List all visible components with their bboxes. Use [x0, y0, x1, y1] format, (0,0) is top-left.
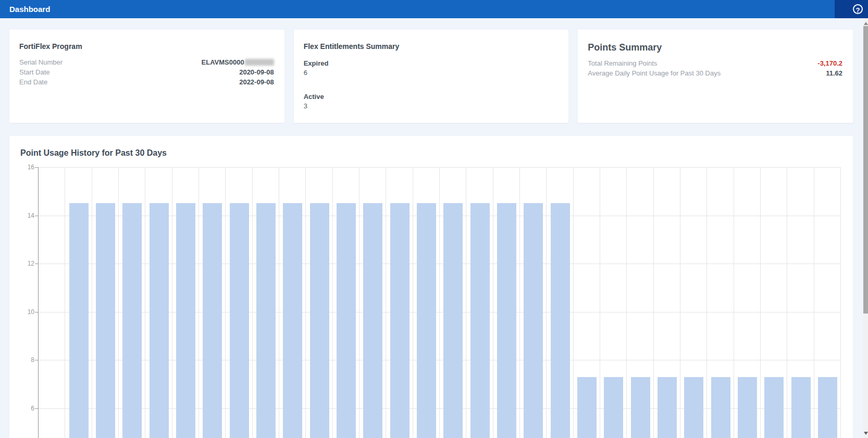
v-gridline — [252, 167, 253, 438]
serial-number-label: Serial Number — [19, 57, 63, 67]
usage-bar-day-13[interactable] — [363, 203, 382, 438]
usage-bar-day-7[interactable] — [203, 203, 222, 438]
total-remaining-points-row: Total Remaining Points -3,170.2 — [588, 58, 842, 68]
usage-bar-day-21[interactable] — [577, 377, 597, 438]
serial-number-row: Serial Number ELAVMS0000 — [19, 57, 274, 67]
flex-entitlements-card: Flex Entitlements Summary Expired 6 Acti… — [294, 30, 569, 123]
v-gridline — [706, 167, 707, 438]
usage-bar-day-23[interactable] — [631, 377, 650, 438]
point-usage-chart-card: Point Usage History for Past 30 Days 161… — [9, 136, 853, 438]
usage-bar-day-29[interactable] — [791, 377, 811, 438]
start-date-value: 2020-09-08 — [239, 67, 274, 77]
start-date-row: Start Date 2020-09-08 — [19, 67, 274, 77]
v-gridline — [680, 167, 680, 438]
v-gridline — [546, 167, 547, 438]
usage-bar-day-2[interactable] — [69, 203, 89, 438]
y-tick-mark — [35, 360, 38, 360]
serial-number-value: ELAVMS0000 — [202, 57, 244, 67]
card-title: FortiFlex Program — [19, 42, 274, 51]
usage-bar-day-24[interactable] — [658, 377, 677, 438]
help-icon: ? — [853, 4, 863, 14]
v-gridline — [814, 167, 814, 438]
v-gridline — [653, 167, 654, 438]
vertical-scrollbar[interactable] — [863, 18, 868, 438]
usage-bar-day-4[interactable] — [122, 203, 142, 438]
v-gridline — [172, 167, 172, 438]
usage-bar-day-19[interactable] — [524, 203, 543, 438]
v-gridline — [386, 167, 386, 438]
y-tick-label: 10 — [17, 308, 34, 316]
v-gridline — [332, 167, 333, 438]
v-gridline — [92, 167, 92, 438]
v-gridline — [199, 167, 199, 438]
summary-cards-row: FortiFlex Program Serial Number ELAVMS00… — [9, 30, 853, 123]
y-tick-label: 8 — [17, 356, 34, 364]
usage-bar-day-30[interactable] — [818, 377, 837, 438]
usage-bar-day-25[interactable] — [684, 377, 703, 438]
usage-bar-day-6[interactable] — [176, 203, 195, 438]
page-title: Dashboard — [0, 5, 50, 14]
v-gridline — [760, 167, 761, 438]
v-gridline — [466, 167, 466, 438]
y-tick-label: 14 — [17, 212, 34, 219]
v-gridline — [493, 167, 493, 438]
usage-bar-day-26[interactable] — [711, 377, 730, 438]
end-date-label: End Date — [19, 77, 47, 87]
v-gridline — [279, 167, 279, 438]
end-date-value: 2022-09-08 — [239, 77, 274, 87]
scrollbar-thumb[interactable] — [863, 26, 868, 314]
v-gridline — [145, 167, 145, 438]
usage-bar-day-27[interactable] — [738, 377, 757, 438]
active-group: Active 3 — [304, 92, 559, 111]
usage-bar-day-16[interactable] — [443, 203, 463, 438]
point-usage-chart: 1614121086 — [39, 167, 841, 438]
y-tick-mark — [35, 264, 38, 264]
app-header: Dashboard ? — [0, 0, 868, 18]
y-tick-mark — [35, 408, 38, 409]
scrollbar-down-arrow-icon[interactable] — [863, 432, 868, 436]
v-gridline — [359, 167, 359, 438]
usage-bar-day-14[interactable] — [390, 203, 410, 438]
dashboard-page: FortiFlex Program Serial Number ELAVMS00… — [0, 18, 863, 438]
usage-bar-day-22[interactable] — [604, 377, 623, 438]
v-gridline — [439, 167, 440, 438]
y-tick-label: 12 — [17, 260, 34, 267]
total-remaining-points-label: Total Remaining Points — [588, 58, 657, 68]
average-daily-usage-value: 11.62 — [826, 68, 842, 78]
points-summary-card: Points Summary Total Remaining Points -3… — [578, 30, 853, 123]
usage-bar-day-12[interactable] — [337, 203, 356, 438]
v-gridline — [305, 167, 306, 438]
v-gridline — [840, 167, 841, 438]
v-gridline — [225, 167, 226, 438]
usage-bar-day-15[interactable] — [417, 203, 436, 438]
usage-bar-day-3[interactable] — [96, 203, 115, 438]
serial-number-redacted — [245, 59, 274, 66]
card-title: Flex Entitlements Summary — [304, 42, 559, 51]
usage-bar-day-17[interactable] — [470, 203, 490, 438]
average-daily-usage-row: Average Daily Point Usage for Past 30 Da… — [588, 68, 842, 78]
chart-title: Point Usage History for Past 30 Days — [20, 148, 167, 158]
usage-bar-day-28[interactable] — [764, 377, 784, 438]
y-tick-mark — [35, 312, 38, 312]
help-button[interactable]: ? — [835, 0, 868, 18]
fortiflex-program-card: FortiFlex Program Serial Number ELAVMS00… — [9, 30, 284, 123]
usage-bar-day-9[interactable] — [256, 203, 276, 438]
v-gridline — [734, 167, 734, 438]
v-gridline — [413, 167, 413, 438]
usage-bar-day-20[interactable] — [551, 203, 570, 438]
usage-bar-day-8[interactable] — [230, 203, 249, 438]
y-tick-mark — [35, 216, 38, 216]
v-gridline — [65, 167, 65, 438]
y-tick-label: 6 — [17, 405, 34, 412]
expired-label: Expired — [304, 59, 559, 68]
scrollbar-up-arrow-icon[interactable] — [863, 21, 868, 25]
usage-bar-day-10[interactable] — [283, 203, 302, 438]
active-label: Active — [304, 92, 559, 102]
usage-bar-day-5[interactable] — [150, 203, 169, 438]
y-axis-line — [38, 167, 39, 438]
y-tick-mark — [35, 167, 38, 168]
usage-bar-day-11[interactable] — [310, 203, 329, 438]
card-title: Points Summary — [588, 42, 842, 53]
usage-bar-day-18[interactable] — [497, 203, 516, 438]
v-gridline — [519, 167, 520, 438]
